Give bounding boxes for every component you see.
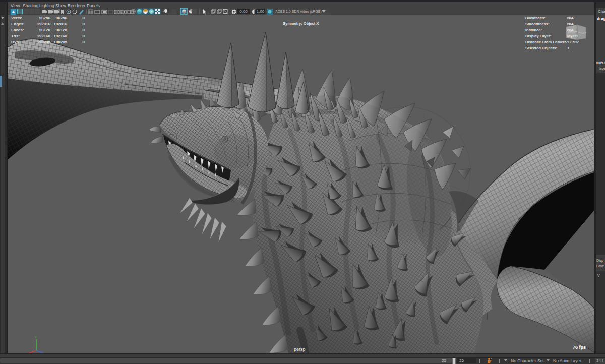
svg-text:Y: Y <box>35 336 37 339</box>
